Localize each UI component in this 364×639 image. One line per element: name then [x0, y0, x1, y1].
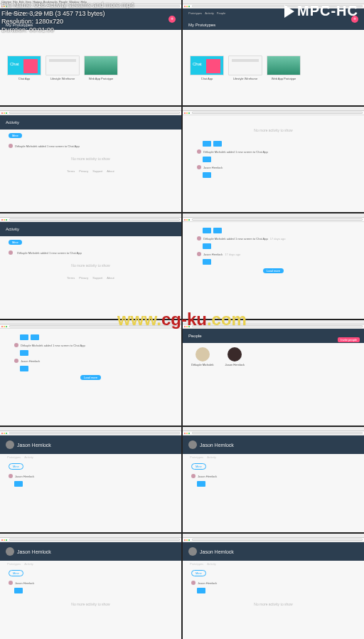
avatar-icon [6, 547, 14, 556]
overlay-resolution: Resolution: 1280x720 [1, 18, 134, 26]
thumb-activity-1[interactable]: Activity Mine Dékuple Michałek added 1 n… [0, 107, 181, 212]
video-overlay-info: File Name: 018 Activity streams and more… [1, 1, 134, 35]
profile-name: Jason Hemlock [200, 549, 234, 554]
thumbnail-grid: Chrome File Edit View History Bookmarks … [0, 0, 364, 639]
avatar-icon [196, 347, 210, 361]
activity-text: Dékuple Michałek added 1 new screen to C… [15, 144, 80, 148]
filter-button[interactable]: Mine [9, 240, 22, 245]
person-card[interactable]: Dékuple Michałek [191, 347, 214, 366]
person-card[interactable]: Jason Hemlock [225, 347, 245, 366]
prototype-thumbnail [46, 56, 80, 75]
load-more-button[interactable]: Load more [263, 268, 284, 273]
thumb-profile-3[interactable]: Jason Hemlock Prototypes Activity Mine J… [0, 534, 181, 639]
page-title: My Prototypes [188, 23, 358, 27]
thumb-activity-2[interactable]: No more activity to show Dékuple Michałe… [183, 107, 364, 212]
thumb-profile-2[interactable]: Jason Hemlock Prototypes Activity Mine J… [183, 427, 364, 532]
prototype-thumbnail [84, 56, 118, 75]
prototype-card[interactable]: Chat Chat App [190, 56, 224, 80]
prototype-card[interactable]: Lifestyle Wireframe [228, 56, 262, 80]
empty-state: No more activity to show [9, 157, 173, 161]
avatar-icon [188, 547, 197, 556]
play-icon [284, 5, 294, 18]
add-prototype-button[interactable]: + [168, 16, 176, 23]
invite-button[interactable]: Invite people [338, 337, 360, 342]
thumb-activity-5[interactable]: Dékuple Michałek added 1 new screen to C… [0, 320, 181, 426]
thumb-activity-3[interactable]: Activity Mine Dékuple Michałek added 1 n… [0, 213, 181, 319]
prototypes-row: Chat Chat App Lifestyle Wireframe Web Ap… [0, 30, 181, 105]
overlay-filesize: File Size: 3,29 MB (3 457 713 bytes) [1, 10, 134, 19]
thumb-activity-4[interactable]: Dékuple Michałek added 1 new screen to C… [183, 213, 364, 319]
thumb-profile-1[interactable]: Jason Hemlock Prototypes Activity Mine J… [0, 427, 181, 532]
page-title: Activity [0, 115, 181, 130]
avatar-icon [6, 440, 14, 449]
prototype-card[interactable]: Lifestyle Wireframe [46, 56, 80, 80]
avatar-icon [188, 440, 197, 449]
profile-name: Jason Hemlock [17, 549, 51, 554]
prototype-card[interactable]: Web App Prototype [84, 56, 118, 80]
prototype-card[interactable]: Web App Prototype [267, 56, 301, 80]
prototype-thumbnail: Chat [7, 56, 41, 75]
filter-button[interactable]: Mine [9, 463, 23, 470]
thumb-people[interactable]: People Invite people Dékuple Michałek Ja… [183, 320, 364, 426]
player-logo-text: MPC-HC [297, 3, 358, 19]
profile-name: Jason Hemlock [17, 443, 51, 448]
thumb-profile-4[interactable]: Jason Hemlock Prototypes Activity Mine J… [183, 534, 364, 639]
avatar-icon [9, 144, 13, 148]
player-logo: MPC-HC [284, 3, 358, 19]
prototype-card[interactable]: Chat Chat App [7, 56, 41, 80]
profile-name: Jason Hemlock [200, 443, 234, 448]
filter-button[interactable]: Mine [9, 133, 22, 138]
page-title: People [188, 334, 202, 338]
overlay-filename: File Name: 018 Activity streams and more… [1, 1, 134, 10]
avatar-icon [228, 347, 242, 361]
overlay-duration: Duration: 00:01:09 [1, 26, 134, 35]
